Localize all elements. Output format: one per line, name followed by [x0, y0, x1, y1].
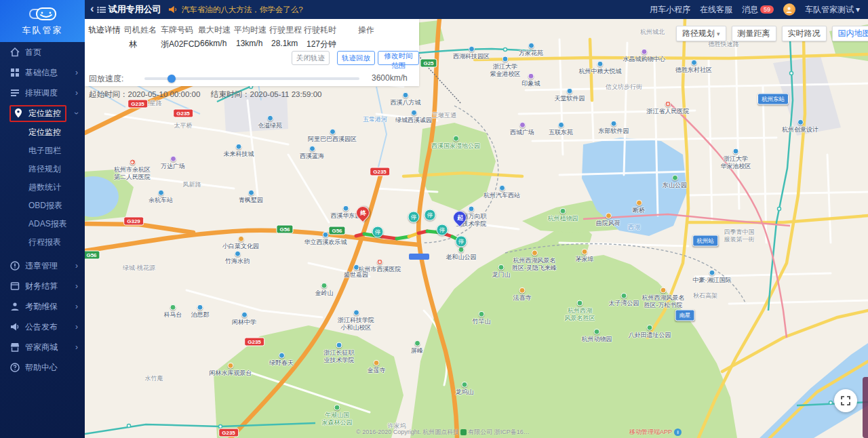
online-service-link[interactable]: 在线客服	[700, 4, 732, 16]
panel-value-2: 66km/h	[200, 39, 226, 48]
slider-handle[interactable]	[167, 75, 176, 83]
map-station-badge: 南星	[675, 310, 695, 321]
messages-count-badge: 59	[760, 5, 774, 14]
end-pin[interactable]: 终	[356, 206, 370, 220]
sidebar-item-label: 财务结算	[25, 281, 58, 292]
sidebar-item-label: 基础信息	[25, 67, 58, 79]
sidebar-item-top-2[interactable]: 排班调度›	[0, 83, 85, 103]
announcement-text: 汽车省油的八大方法，你学会了么?	[182, 5, 303, 15]
sidebar-item-top-1[interactable]: 基础信息›	[0, 62, 85, 83]
home-icon	[9, 47, 20, 58]
sidebar-item-bottom-0[interactable]: 违章管理›	[0, 256, 85, 276]
sidebar-item-bottom-5[interactable]: 帮助中心	[0, 357, 85, 378]
stop-marker-1[interactable]: 停	[408, 212, 420, 223]
avatar-person-icon	[785, 6, 793, 14]
road-shield-G329: G329	[123, 217, 144, 226]
road-shield-G25: G25	[420, 59, 437, 68]
sidebar-subitem-0[interactable]: 定位监控	[0, 123, 85, 142]
map-control-label: 测量距离	[738, 28, 770, 39]
panel-header-2: 车牌号码	[161, 24, 193, 36]
playback-speed-slider[interactable]	[144, 77, 359, 80]
panel-button-2[interactable]: 修改时间范围	[378, 51, 419, 65]
chevron-down-icon: ▾	[856, 5, 860, 14]
company-name[interactable]: 试用专用公司	[108, 3, 161, 16]
chevron-right-icon: ›	[75, 342, 78, 352]
chevron-right-icon: ›	[75, 322, 78, 332]
messages-link[interactable]: 消息 59	[742, 4, 774, 16]
stop-marker-2[interactable]: 停	[425, 210, 436, 221]
company-list-icon[interactable]	[97, 6, 106, 14]
start-time: 起始时间：2020-05-10 00:00:00	[89, 89, 200, 100]
playback-speed-label: 回放速度:	[89, 73, 123, 85]
start-pin[interactable]: 起	[453, 211, 467, 224]
sidebar-item-bottom-1[interactable]: 财务结算›	[0, 276, 85, 296]
map-control-1[interactable]: 测量距离	[732, 26, 776, 41]
panel-header-0: 轨迹详情	[88, 24, 121, 36]
map-control-3[interactable]: 国内地图	[832, 26, 868, 41]
road-shield-G235: G235	[218, 429, 239, 437]
topbar: ‹ 试用专用公司 汽车省油的八大方法，你学会了么? 用车小程序 在线客服 消息 …	[85, 0, 868, 19]
sidebar-subitem-5[interactable]: ADAS报表	[0, 215, 85, 233]
clipped-side-control	[863, 377, 868, 438]
app-window: 车队管家 首页基础信息›排班调度›定位监控› 定位监控电子围栏路径规划趟数统计O…	[0, 0, 868, 438]
account-menu[interactable]: 车队管家测试 ▾	[805, 4, 860, 16]
sidebar-item-top-0[interactable]: 首页	[0, 42, 85, 62]
horn-icon	[9, 321, 20, 332]
sidebar-subitem-2[interactable]: 路径规划	[0, 160, 85, 178]
road-shield-G56: G56	[328, 226, 345, 235]
question-icon	[9, 362, 20, 373]
sidebar-item-bottom-2[interactable]: 考勤维保›	[0, 296, 85, 317]
sidebar-item-label: 违章管理	[25, 260, 58, 272]
start-time-label: 起始时间：	[89, 90, 128, 98]
sidebar-submenu: 定位监控电子围栏路径规划趟数统计OBD报表ADAS报表行程报表	[0, 123, 85, 252]
sidebar-subitem-6[interactable]: 行程报表	[0, 233, 85, 252]
avatar[interactable]	[783, 3, 795, 16]
fullscreen-expand-icon	[841, 396, 850, 405]
sidebar-item-bottom-4[interactable]: 管家商城›	[0, 337, 85, 357]
sidebar-subitem-4[interactable]: OBD报表	[0, 197, 85, 215]
mini-program-link[interactable]: 用车小程序	[650, 4, 690, 16]
map-control-label: 实时路况	[788, 28, 821, 39]
fullscreen-button[interactable]	[834, 389, 857, 412]
panel-button-1[interactable]: 轨迹回放	[337, 51, 375, 65]
end-time: 结束时间：2020-05-11 23:59:00	[211, 89, 321, 100]
sidebar-subitem-3[interactable]: 趟数统计	[0, 178, 85, 197]
operation-header: 操作	[326, 24, 407, 36]
map-control-0[interactable]: 路径规划▾	[676, 26, 726, 41]
map-control-2[interactable]: 实时路况	[782, 26, 827, 41]
stop-marker-0[interactable]: 停	[372, 226, 384, 238]
active-menu-highlight: 定位监控	[9, 105, 66, 122]
messages-label: 消息	[742, 4, 758, 16]
road-shield-G56: G56	[85, 251, 100, 260]
sidebar-item-top-3[interactable]: 定位监控›	[0, 103, 85, 123]
topbar-right: 用车小程序 在线客服 消息 59 车队管家测试 ▾	[650, 3, 868, 16]
end-pin-shape: 终	[353, 203, 372, 222]
stop-marker-4[interactable]: 停	[456, 236, 467, 247]
sidebar-subitem-1[interactable]: 电子围栏	[0, 142, 85, 160]
icp-text: 有限公司 浙ICP备16…	[468, 428, 530, 437]
map-control-label: 路径规划	[682, 28, 715, 39]
chevron-right-icon: ›	[75, 281, 78, 291]
person-icon	[9, 301, 20, 312]
map-controls: 路径规划▾测量距离实时路况国内地图海外地图	[676, 26, 868, 41]
road-shield-G235: G235	[244, 338, 264, 346]
sidebar-item-label: 管家商城	[25, 342, 58, 353]
store-icon	[9, 342, 20, 353]
road-shield-G56: G56	[276, 225, 293, 234]
announcement-speaker-icon	[168, 5, 178, 14]
sidebar-item-bottom-3[interactable]: 公告发布›	[0, 317, 85, 337]
playback-speed-value: 3600km/h	[372, 73, 408, 83]
pin-icon	[13, 108, 24, 119]
start-pin-shape: 起	[450, 208, 469, 227]
panel-value-0: 林	[129, 39, 137, 50]
road-shield-G235: G235	[370, 167, 390, 176]
account-name: 车队管家测试	[805, 4, 854, 16]
map-attribution: © 2016-2020 Copyright. 杭州圆点科技 有限公司 浙ICP备…	[356, 428, 530, 437]
chevron-right-icon: ›	[75, 302, 78, 311]
stop-marker-3[interactable]: 停	[437, 224, 448, 236]
panel-header-3: 最大时速	[198, 24, 231, 36]
panel-value-5: 127分钟	[307, 39, 336, 50]
panel-button-0[interactable]: 关闭轨迹	[292, 51, 330, 65]
back-chevron-icon[interactable]: ‹	[90, 2, 94, 16]
mobile-app-link[interactable]: 移动管理端APP i	[629, 428, 682, 437]
